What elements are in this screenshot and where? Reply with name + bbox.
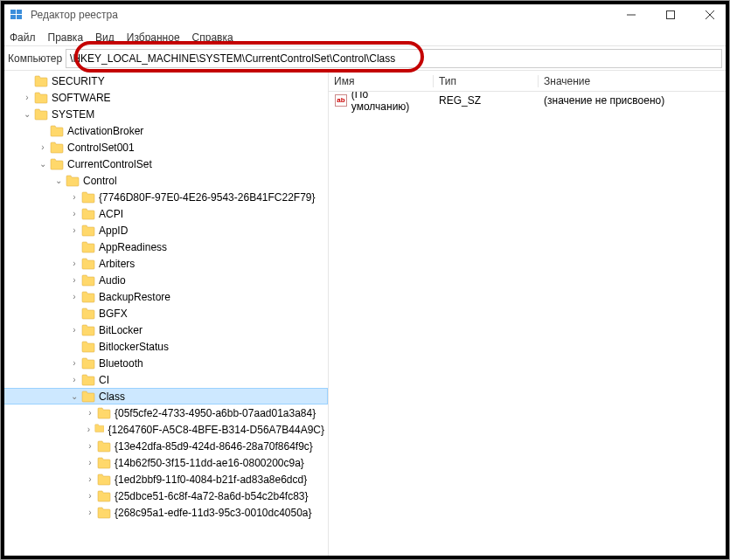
column-type[interactable]: Тип [434, 75, 539, 87]
values-panel[interactable]: Имя Тип Значение ab(По умолчанию)REG_SZ(… [329, 71, 729, 557]
tree-item[interactable]: ⌄Control [1, 172, 328, 189]
tree-item[interactable]: BGFX [1, 305, 328, 321]
expander-icon[interactable]: › [22, 93, 32, 102]
expander-icon[interactable]: › [85, 491, 95, 501]
folder-icon [81, 208, 95, 220]
address-input[interactable] [66, 49, 722, 68]
tree-item[interactable]: AppReadiness [1, 239, 328, 255]
expander-icon[interactable]: › [85, 474, 95, 484]
tree-item[interactable]: ›{14b62f50-3f15-11dd-ae16-0800200c9a} [1, 454, 328, 471]
minimize-button[interactable] [611, 2, 650, 28]
expander-icon[interactable]: › [38, 142, 48, 152]
column-name[interactable]: Имя [329, 75, 434, 87]
addressbar: Компьютер [1, 46, 729, 71]
tree-label: {7746D80F-97E0-4E26-9543-26B41FC22F79} [99, 191, 319, 204]
svg-rect-0 [10, 10, 16, 14]
tree-item[interactable]: ›BackupRestore [1, 288, 328, 305]
tree-label: ActivationBroker [67, 125, 147, 137]
app-icon [10, 8, 24, 22]
tree-label: ControlSet001 [67, 142, 138, 154]
folder-icon [81, 374, 95, 386]
tree-item[interactable]: ⌄Class [1, 388, 328, 404]
folder-icon [97, 507, 111, 519]
menu-edit[interactable]: Правка [48, 31, 84, 44]
expander-icon[interactable]: › [69, 192, 80, 202]
folder-icon [81, 274, 95, 287]
tree-label: SOFTWARE [52, 92, 115, 104]
tree-item[interactable]: ›ControlSet001 [1, 139, 328, 156]
tree-item[interactable]: ⌄SYSTEM [1, 106, 328, 122]
titlebar: Редактор реестра [1, 1, 729, 29]
tree-item[interactable]: ›{1264760F-A5C8-4BFE-B314-D56A7B44A9C} [1, 421, 328, 438]
svg-rect-1 [17, 10, 22, 14]
tree-item[interactable]: ActivationBroker [1, 122, 328, 139]
main-content: SECURITY›SOFTWARE⌄SYSTEM ActivationBroke… [1, 71, 729, 557]
folder-icon [34, 108, 48, 121]
tree-item[interactable]: ›Bluetooth [1, 355, 328, 371]
expander-icon[interactable]: › [85, 508, 95, 517]
expander-icon[interactable]: › [69, 325, 80, 335]
expander-icon[interactable]: › [85, 408, 95, 418]
folder-icon [97, 457, 111, 469]
expander-icon[interactable]: › [69, 375, 80, 384]
expander-icon[interactable]: › [69, 259, 80, 268]
tree-item[interactable]: ›SOFTWARE [1, 89, 328, 106]
tree-item[interactable]: ›{268c95a1-edfe-11d3-95c3-0010dc4050a} [1, 504, 328, 521]
value-data: (значение не присвоено) [539, 94, 729, 107]
tree-label: {05f5cfe2-4733-4950-a6bb-07aad01a3a84} [115, 407, 319, 419]
tree-item[interactable]: ›ACPI [1, 205, 328, 222]
menu-favorites[interactable]: Избранное [127, 31, 180, 44]
expander-icon[interactable]: › [85, 425, 93, 434]
expander-icon[interactable]: ⌄ [69, 391, 80, 401]
expander-icon[interactable]: › [69, 209, 80, 218]
tree-label: SECURITY [52, 75, 108, 87]
tree-label: AppID [99, 225, 131, 237]
expander-icon[interactable]: › [85, 441, 95, 451]
folder-icon [66, 175, 80, 187]
tree-label: BitLocker [99, 324, 146, 336]
tree-item[interactable]: ›Audio [1, 272, 328, 288]
tree-label: {13e42dfa-85d9-424d-8646-28a70f864f9c} [115, 440, 316, 453]
expander-icon[interactable]: › [69, 275, 80, 285]
expander-icon[interactable]: ⌄ [22, 109, 32, 119]
tree-panel[interactable]: SECURITY›SOFTWARE⌄SYSTEM ActivationBroke… [1, 71, 329, 557]
column-value[interactable]: Значение [539, 75, 729, 87]
expander-icon[interactable]: › [69, 292, 80, 301]
menu-help[interactable]: Справка [192, 31, 233, 44]
menu-file[interactable]: Файл [10, 31, 36, 44]
tree-item[interactable]: ›AppID [1, 222, 328, 239]
maximize-button[interactable] [650, 2, 690, 28]
expander-icon[interactable]: › [85, 458, 95, 467]
folder-icon [50, 142, 64, 154]
tree-item[interactable]: ›BitLocker [1, 321, 328, 338]
value-row[interactable]: ab(По умолчанию)REG_SZ(значение не присв… [329, 92, 729, 108]
value-type: REG_SZ [434, 94, 539, 107]
tree-item[interactable]: ›{05f5cfe2-4733-4950-a6bb-07aad01a3a84} [1, 404, 328, 421]
svg-rect-5 [666, 11, 674, 19]
tree-label: BitlockerStatus [99, 341, 172, 353]
tree-label: Audio [99, 274, 129, 287]
tree-item[interactable]: ›{7746D80F-97E0-4E26-9543-26B41FC22F79} [1, 189, 328, 205]
tree-label: {1ed2bbf9-11f0-4084-b21f-ad83a8e6dcd} [115, 474, 310, 486]
tree-item[interactable]: ›CI [1, 371, 328, 388]
svg-rect-2 [10, 15, 16, 19]
tree-item[interactable]: ›{1ed2bbf9-11f0-4084-b21f-ad83a8e6dcd} [1, 471, 328, 487]
expander-icon[interactable]: › [69, 358, 80, 368]
address-label: Компьютер [8, 52, 66, 65]
tree-item[interactable]: BitlockerStatus [1, 338, 328, 355]
tree-label: {268c95a1-edfe-11d3-95c3-0010dc4050a} [115, 507, 316, 519]
expander-icon[interactable]: › [69, 225, 80, 235]
tree-item[interactable]: ›{13e42dfa-85d9-424d-8646-28a70f864f9c} [1, 438, 328, 454]
close-button[interactable] [690, 2, 729, 28]
tree-item[interactable]: SECURITY [1, 73, 328, 89]
folder-icon [81, 225, 95, 237]
tree-item[interactable]: ›Arbiters [1, 255, 328, 272]
tree-item[interactable]: ›{25dbce51-6c8f-4a72-8a6d-b54c2b4fc83} [1, 487, 328, 504]
tree-label: {1264760F-A5C8-4BFE-B314-D56A7B44A9C} [108, 424, 329, 436]
expander-icon[interactable]: ⌄ [53, 176, 64, 185]
tree-label: CI [99, 374, 113, 386]
menu-view[interactable]: Вид [95, 31, 115, 44]
tree-item[interactable]: ⌄CurrentControlSet [1, 156, 328, 172]
folder-icon [97, 490, 111, 502]
expander-icon[interactable]: ⌄ [38, 159, 48, 169]
